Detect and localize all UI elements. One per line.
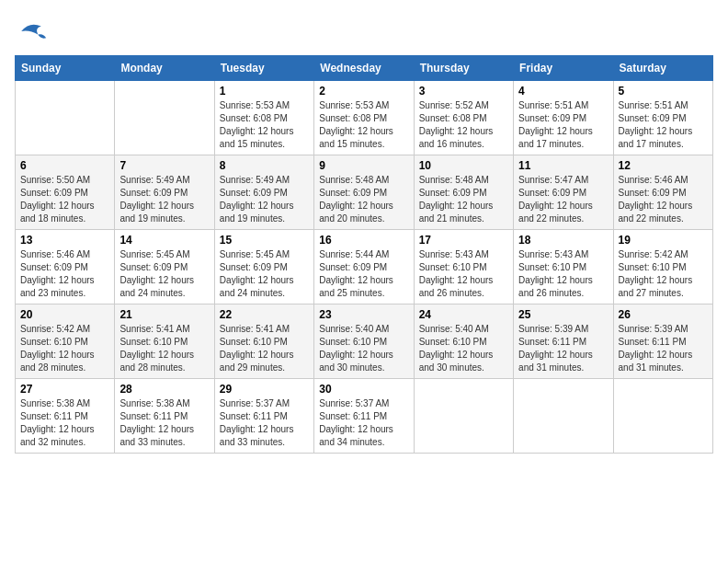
- sunrise-text: Sunrise: 5:53 AM: [319, 99, 408, 112]
- daylight-text: Daylight: 12 hours and 15 minutes.: [319, 125, 408, 151]
- sunset-text: Sunset: 6:11 PM: [319, 410, 408, 423]
- day-number: 9: [319, 159, 408, 172]
- sunset-text: Sunset: 6:10 PM: [419, 261, 508, 274]
- sunrise-text: Sunrise: 5:50 AM: [20, 174, 109, 187]
- daylight-text: Daylight: 12 hours and 30 minutes.: [319, 349, 408, 374]
- sunrise-text: Sunrise: 5:46 AM: [619, 174, 708, 187]
- sunrise-text: Sunrise: 5:44 AM: [319, 248, 408, 261]
- daylight-text: Daylight: 12 hours and 22 minutes.: [619, 200, 708, 225]
- calendar-week-row: 1Sunrise: 5:53 AMSunset: 6:08 PMDaylight…: [16, 81, 713, 155]
- sunrise-text: Sunrise: 5:42 AM: [619, 248, 708, 261]
- daylight-text: Daylight: 12 hours and 22 minutes.: [518, 200, 608, 225]
- calendar-cell: 23Sunrise: 5:40 AMSunset: 6:10 PMDayligh…: [314, 304, 414, 379]
- day-info: Sunrise: 5:39 AMSunset: 6:11 PMDaylight:…: [619, 323, 708, 374]
- calendar-cell: 14Sunrise: 5:45 AMSunset: 6:09 PMDayligh…: [115, 230, 214, 304]
- calendar-week-row: 13Sunrise: 5:46 AMSunset: 6:09 PMDayligh…: [16, 230, 713, 304]
- day-info: Sunrise: 5:38 AMSunset: 6:11 PMDaylight:…: [20, 397, 109, 449]
- sunset-text: Sunset: 6:11 PM: [20, 410, 109, 423]
- day-number: 19: [619, 234, 708, 247]
- sunset-text: Sunset: 6:09 PM: [220, 261, 309, 274]
- calendar-cell: 16Sunrise: 5:44 AMSunset: 6:09 PMDayligh…: [314, 230, 414, 304]
- sunset-text: Sunset: 6:09 PM: [119, 261, 209, 274]
- day-number: 11: [518, 159, 608, 172]
- sunrise-text: Sunrise: 5:40 AM: [419, 323, 508, 336]
- calendar-cell: 13Sunrise: 5:46 AMSunset: 6:09 PMDayligh…: [16, 230, 115, 304]
- day-info: Sunrise: 5:48 AMSunset: 6:09 PMDaylight:…: [419, 174, 508, 225]
- weekday-header: Saturday: [613, 56, 712, 81]
- calendar-cell: 25Sunrise: 5:39 AMSunset: 6:11 PMDayligh…: [514, 304, 613, 379]
- day-number: 16: [319, 234, 408, 247]
- daylight-text: Daylight: 12 hours and 26 minutes.: [419, 274, 508, 300]
- day-number: 30: [319, 383, 408, 396]
- daylight-text: Daylight: 12 hours and 28 minutes.: [20, 349, 109, 374]
- calendar-cell: 29Sunrise: 5:37 AMSunset: 6:11 PMDayligh…: [214, 379, 313, 454]
- daylight-text: Daylight: 12 hours and 15 minutes.: [220, 125, 309, 151]
- day-number: 15: [220, 234, 309, 247]
- logo: [15, 15, 51, 48]
- weekday-header: Tuesday: [214, 56, 313, 81]
- day-number: 23: [319, 308, 408, 321]
- daylight-text: Daylight: 12 hours and 24 minutes.: [220, 274, 309, 300]
- calendar-week-row: 27Sunrise: 5:38 AMSunset: 6:11 PMDayligh…: [16, 379, 713, 454]
- calendar-cell: 22Sunrise: 5:41 AMSunset: 6:10 PMDayligh…: [214, 304, 313, 379]
- sunrise-text: Sunrise: 5:37 AM: [319, 397, 408, 410]
- sunrise-text: Sunrise: 5:47 AM: [518, 174, 608, 187]
- daylight-text: Daylight: 12 hours and 29 minutes.: [220, 349, 309, 374]
- calendar-cell: 30Sunrise: 5:37 AMSunset: 6:11 PMDayligh…: [314, 379, 414, 454]
- day-number: 22: [220, 308, 309, 321]
- daylight-text: Daylight: 12 hours and 17 minutes.: [518, 125, 608, 151]
- day-info: Sunrise: 5:49 AMSunset: 6:09 PMDaylight:…: [220, 174, 309, 225]
- daylight-text: Daylight: 12 hours and 27 minutes.: [619, 274, 708, 300]
- calendar-cell: 2Sunrise: 5:53 AMSunset: 6:08 PMDaylight…: [314, 81, 414, 155]
- day-info: Sunrise: 5:47 AMSunset: 6:09 PMDaylight:…: [518, 174, 608, 225]
- day-number: 17: [419, 234, 508, 247]
- calendar-cell: 19Sunrise: 5:42 AMSunset: 6:10 PMDayligh…: [613, 230, 712, 304]
- logo-icon: [15, 15, 48, 48]
- day-info: Sunrise: 5:39 AMSunset: 6:11 PMDaylight:…: [518, 323, 608, 374]
- sunset-text: Sunset: 6:09 PM: [20, 261, 109, 274]
- sunrise-text: Sunrise: 5:39 AM: [518, 323, 608, 336]
- weekday-header: Sunday: [16, 56, 115, 81]
- day-info: Sunrise: 5:44 AMSunset: 6:09 PMDaylight:…: [319, 248, 408, 300]
- daylight-text: Daylight: 12 hours and 31 minutes.: [619, 349, 708, 374]
- page-header: [15, 15, 713, 48]
- calendar-cell: 15Sunrise: 5:45 AMSunset: 6:09 PMDayligh…: [214, 230, 313, 304]
- weekday-header-row: SundayMondayTuesdayWednesdayThursdayFrid…: [16, 56, 713, 81]
- sunrise-text: Sunrise: 5:45 AM: [119, 248, 209, 261]
- day-info: Sunrise: 5:40 AMSunset: 6:10 PMDaylight:…: [419, 323, 508, 374]
- day-info: Sunrise: 5:53 AMSunset: 6:08 PMDaylight:…: [220, 99, 309, 151]
- day-number: 1: [220, 85, 309, 98]
- day-info: Sunrise: 5:48 AMSunset: 6:09 PMDaylight:…: [319, 174, 408, 225]
- calendar-cell: [613, 379, 712, 454]
- daylight-text: Daylight: 12 hours and 33 minutes.: [119, 423, 209, 449]
- calendar-cell: [115, 81, 214, 155]
- sunset-text: Sunset: 6:10 PM: [419, 336, 508, 349]
- calendar-cell: 1Sunrise: 5:53 AMSunset: 6:08 PMDaylight…: [214, 81, 313, 155]
- calendar-cell: 4Sunrise: 5:51 AMSunset: 6:09 PMDaylight…: [514, 81, 613, 155]
- sunrise-text: Sunrise: 5:41 AM: [119, 323, 209, 336]
- sunrise-text: Sunrise: 5:51 AM: [518, 99, 608, 112]
- day-number: 12: [619, 159, 708, 172]
- day-number: 28: [119, 383, 209, 396]
- daylight-text: Daylight: 12 hours and 23 minutes.: [20, 274, 109, 300]
- daylight-text: Daylight: 12 hours and 33 minutes.: [220, 423, 309, 449]
- day-info: Sunrise: 5:50 AMSunset: 6:09 PMDaylight:…: [20, 174, 109, 225]
- sunset-text: Sunset: 6:09 PM: [220, 187, 309, 200]
- day-info: Sunrise: 5:38 AMSunset: 6:11 PMDaylight:…: [119, 397, 209, 449]
- day-info: Sunrise: 5:40 AMSunset: 6:10 PMDaylight:…: [319, 323, 408, 374]
- sunrise-text: Sunrise: 5:52 AM: [419, 99, 508, 112]
- sunrise-text: Sunrise: 5:41 AM: [220, 323, 309, 336]
- day-info: Sunrise: 5:43 AMSunset: 6:10 PMDaylight:…: [419, 248, 508, 300]
- sunrise-text: Sunrise: 5:39 AM: [619, 323, 708, 336]
- sunset-text: Sunset: 6:11 PM: [619, 336, 708, 349]
- day-info: Sunrise: 5:52 AMSunset: 6:08 PMDaylight:…: [419, 99, 508, 151]
- day-info: Sunrise: 5:37 AMSunset: 6:11 PMDaylight:…: [220, 397, 309, 449]
- sunrise-text: Sunrise: 5:48 AM: [319, 174, 408, 187]
- calendar-cell: 17Sunrise: 5:43 AMSunset: 6:10 PMDayligh…: [414, 230, 513, 304]
- sunrise-text: Sunrise: 5:53 AM: [220, 99, 309, 112]
- sunrise-text: Sunrise: 5:43 AM: [518, 248, 608, 261]
- day-info: Sunrise: 5:42 AMSunset: 6:10 PMDaylight:…: [619, 248, 708, 300]
- weekday-header: Monday: [115, 56, 214, 81]
- calendar-cell: 5Sunrise: 5:51 AMSunset: 6:09 PMDaylight…: [613, 81, 712, 155]
- calendar-table: SundayMondayTuesdayWednesdayThursdayFrid…: [15, 55, 713, 454]
